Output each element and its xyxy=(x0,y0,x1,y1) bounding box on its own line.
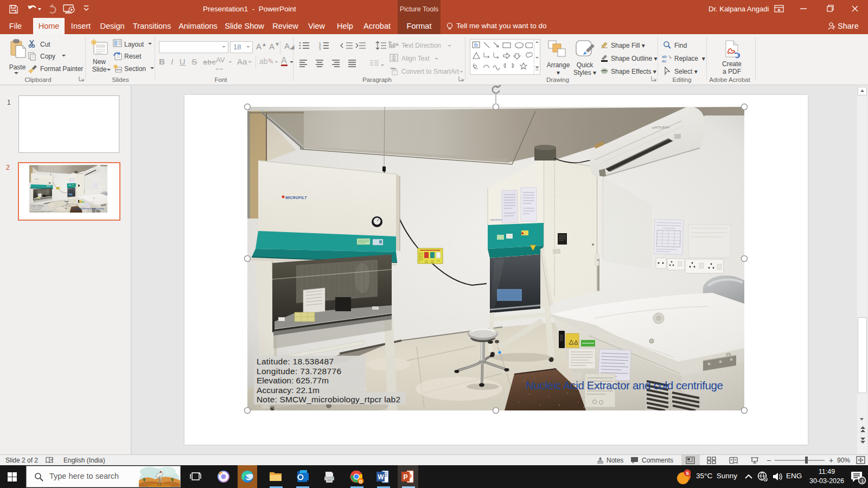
svg-text:A: A xyxy=(395,42,399,47)
svg-text:5: 5 xyxy=(686,471,689,476)
svg-text:ac: ac xyxy=(662,59,666,62)
svg-text:1: 1 xyxy=(861,478,864,484)
svg-text:D: D xyxy=(359,479,362,484)
svg-text:P: P xyxy=(404,473,408,481)
svg-text:W: W xyxy=(378,473,384,481)
svg-text:3: 3 xyxy=(319,47,321,50)
